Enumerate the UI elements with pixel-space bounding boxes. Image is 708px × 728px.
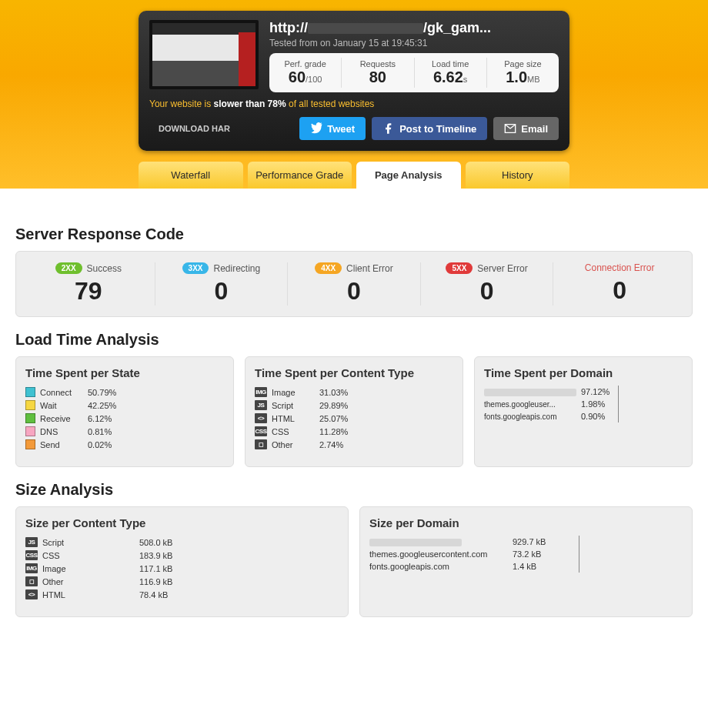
ctype-name: HTML: [42, 590, 135, 599]
download-har-button[interactable]: DOWNLOAD HAR: [149, 118, 239, 139]
domain-size: 1.4 kB: [513, 562, 574, 571]
ctype-size: 117.1 kB: [139, 564, 239, 573]
bar-chart-cell: [244, 538, 339, 547]
ctype-time-row: CSSCSS11.28%: [255, 426, 453, 436]
pill-5xx-icon: 5XX: [446, 262, 473, 274]
bar-chart-cell: [618, 387, 683, 396]
slower-than-text: Your website is slower than 78% of all t…: [149, 99, 559, 109]
filetype-icon: <>: [25, 589, 38, 599]
domain-pct: 1.98%: [581, 399, 613, 409]
domain-time-row: themes.googleuser...1.98%: [484, 399, 683, 409]
size-per-content-type-card: Size per Content Type JSScript508.0 kBCS…: [15, 506, 349, 617]
tab-performance-grade[interactable]: Performance Grade: [248, 162, 352, 189]
color-swatch-icon: [25, 413, 35, 423]
bar-chart-cell: [244, 551, 339, 560]
domain-time-row: fonts.googleapis.com0.90%: [484, 412, 683, 421]
metric-perf-grade: Perf. grade 60/100: [269, 58, 342, 88]
tab-page-analysis[interactable]: Page Analysis: [356, 162, 461, 189]
domain-time-row: 97.12%: [484, 387, 683, 396]
domain-size-row: themes.googleusercontent.com73.2 kB: [369, 549, 683, 559]
metric-load-time: Load time 6.62s: [415, 58, 487, 88]
bar-chart-cell: [362, 401, 453, 410]
domain-pct: 0.90%: [581, 412, 613, 421]
state-row: Receive6.12%: [25, 413, 224, 423]
twitter-icon: [310, 122, 322, 135]
ctype-size-row: ◻Other116.9 kB: [25, 576, 339, 586]
bar-chart-cell: [244, 590, 339, 599]
tabs: Waterfall Performance Grade Page Analysi…: [139, 162, 569, 189]
ctype-size-row: CSSCSS183.9 kB: [25, 550, 339, 560]
ctype-time-row: JSScript29.89%: [255, 400, 453, 410]
filetype-icon: IMG: [255, 387, 267, 397]
ctype-name: HTML: [272, 414, 315, 423]
color-swatch-icon: [25, 426, 35, 436]
bar-chart-cell: [579, 537, 683, 546]
time-per-domain-card: Time Spent per Domain 97.12%themes.googl…: [474, 356, 693, 467]
bar-chart-cell: [362, 388, 453, 397]
metrics-box: Perf. grade 60/100 Requests 80 Load time…: [269, 53, 559, 92]
state-row: Wait42.25%: [25, 400, 224, 410]
post-to-timeline-button[interactable]: Post to Timeline: [372, 117, 487, 140]
header-band: http:///gk_gam... Tested from on January…: [0, 0, 708, 189]
pill-4xx-icon: 4XX: [315, 262, 342, 274]
server-response-code-heading: Server Response Code: [15, 225, 693, 243]
state-name: Wait: [40, 401, 83, 410]
ctype-time-row: ◻Other2.74%: [255, 439, 453, 449]
state-row: DNS0.81%: [25, 426, 224, 436]
bar-chart-cell: [244, 577, 339, 586]
ctype-pct: 11.28%: [319, 427, 358, 436]
ctype-size-row: JSScript508.0 kB: [25, 537, 339, 547]
email-icon: [504, 122, 516, 135]
size-per-domain-card: Size per Domain 929.7 kBthemes.googleuse…: [359, 506, 693, 617]
bar-chart-cell: [131, 401, 224, 410]
bar-chart-cell: [362, 440, 453, 449]
metric-requests: Requests 80: [342, 58, 414, 88]
domain-name: themes.googleusercontent.com: [369, 549, 508, 559]
time-per-content-type-card: Time Spent per Content Type IMGImage31.0…: [245, 356, 463, 467]
ctype-size-row: IMGImage117.1 kB: [25, 563, 339, 573]
facebook-icon: [382, 122, 395, 135]
tested-url: http:///gk_gam...: [269, 20, 559, 36]
filetype-icon: ◻: [25, 576, 38, 586]
redacted-domain: [369, 539, 462, 546]
ctype-pct: 2.74%: [319, 440, 358, 449]
response-4xx: 4XXClient Error 0: [288, 262, 421, 306]
filetype-icon: CSS: [255, 426, 267, 436]
domain-name: themes.googleuser...: [484, 400, 576, 409]
ctype-name: Script: [272, 401, 315, 410]
response-2xx: 2XXSuccess 79: [22, 262, 155, 306]
ctype-pct: 29.89%: [319, 401, 358, 410]
domain-name: [484, 387, 576, 396]
page-thumbnail: [149, 20, 259, 89]
pill-2xx-icon: 2XX: [55, 262, 82, 274]
filetype-icon: JS: [255, 400, 267, 410]
domain-pct: 97.12%: [581, 387, 613, 396]
pill-3xx-icon: 3XX: [182, 262, 209, 274]
color-swatch-icon: [25, 387, 35, 397]
response-connection-error: Connection Error 0: [553, 262, 686, 306]
state-pct: 6.12%: [88, 414, 126, 423]
state-pct: 42.25%: [88, 401, 126, 410]
email-button[interactable]: Email: [493, 117, 559, 140]
domain-name: [369, 537, 508, 546]
filetype-icon: JS: [25, 537, 38, 547]
domain-size-row: fonts.googleapis.com1.4 kB: [369, 562, 683, 571]
bar-chart-cell: [579, 562, 683, 571]
ctype-size: 508.0 kB: [139, 538, 239, 547]
bar-chart-cell: [131, 427, 224, 436]
state-row: Connect50.79%: [25, 387, 224, 397]
ctype-time-row: IMGImage31.03%: [255, 387, 453, 397]
ctype-name: Script: [42, 538, 135, 547]
ctype-name: CSS: [272, 427, 315, 436]
ctype-size-row: <>HTML78.4 kB: [25, 589, 339, 599]
ctype-size: 183.9 kB: [139, 551, 239, 560]
tweet-button[interactable]: Tweet: [299, 117, 366, 140]
size-analysis-heading: Size Analysis: [15, 481, 693, 499]
ctype-name: Image: [272, 388, 315, 397]
load-time-analysis-heading: Load Time Analysis: [15, 331, 693, 349]
tab-waterfall[interactable]: Waterfall: [139, 162, 243, 189]
bar-chart-cell: [618, 399, 683, 409]
tab-history[interactable]: History: [466, 162, 570, 189]
bar-chart-cell: [131, 388, 224, 397]
filetype-icon: CSS: [25, 550, 38, 560]
